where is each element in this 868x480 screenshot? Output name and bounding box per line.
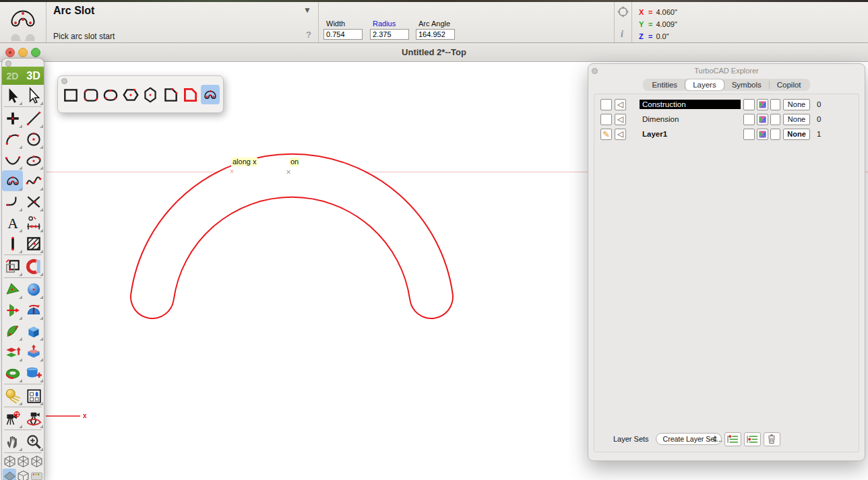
cylinder-add-tool[interactable] bbox=[23, 362, 44, 383]
layer-edit-checkbox[interactable] bbox=[600, 114, 612, 125]
dimension-tool[interactable] bbox=[23, 212, 44, 233]
layer-color-swatch[interactable] bbox=[757, 129, 768, 140]
close-window-button[interactable] bbox=[5, 48, 15, 57]
layer-name[interactable]: Layer1 bbox=[640, 129, 741, 139]
stack-tool[interactable] bbox=[2, 341, 23, 362]
corner-tool[interactable] bbox=[2, 191, 23, 212]
tab-copilot[interactable]: Copilot bbox=[770, 79, 809, 90]
target-crosshair-icon[interactable] bbox=[617, 6, 629, 20]
slab-tool[interactable] bbox=[23, 341, 44, 362]
zoom-window-button[interactable] bbox=[31, 48, 40, 57]
create-layer-set-button[interactable] bbox=[724, 432, 741, 446]
revolve-tool[interactable] bbox=[23, 300, 44, 320]
zoom-tool[interactable] bbox=[23, 431, 44, 452]
cube-view-button[interactable] bbox=[16, 469, 30, 480]
layer-render-style-button[interactable]: None bbox=[783, 129, 810, 140]
help-button[interactable]: ? bbox=[306, 30, 311, 40]
iso-view-2-button[interactable] bbox=[16, 454, 30, 469]
sphere-tool[interactable] bbox=[23, 279, 44, 300]
render-options-tool[interactable] bbox=[23, 385, 44, 406]
layer-visibility-toggle[interactable]: ◁ bbox=[615, 114, 626, 125]
layer-style-checkbox[interactable] bbox=[770, 99, 780, 110]
palette-close-button[interactable] bbox=[5, 61, 11, 67]
tab-entities[interactable]: Entities bbox=[644, 79, 685, 90]
segment-tool[interactable] bbox=[2, 233, 23, 254]
plane-view-button[interactable] bbox=[3, 469, 16, 480]
shapes-palette-titlebar[interactable] bbox=[58, 76, 223, 84]
walkthrough-tool[interactable] bbox=[23, 408, 44, 429]
layer-color-swatch[interactable] bbox=[757, 99, 768, 110]
light-tool[interactable] bbox=[2, 385, 23, 406]
iso-view-1-button[interactable] bbox=[3, 454, 16, 469]
line-tool[interactable] bbox=[23, 108, 44, 129]
layer-lock-checkbox[interactable] bbox=[743, 99, 755, 110]
collapse-arrow-icon[interactable]: ▼ bbox=[303, 5, 311, 15]
layer-color-swatch[interactable] bbox=[757, 114, 768, 125]
layer-edit-checkbox[interactable]: ✎ bbox=[600, 129, 612, 140]
offset-tool[interactable] bbox=[2, 256, 23, 277]
layer-visibility-toggle[interactable]: ◁ bbox=[615, 129, 626, 140]
layer-name[interactable]: Construction bbox=[640, 100, 741, 109]
intersect-tool[interactable] bbox=[23, 191, 44, 212]
curve-tool[interactable] bbox=[2, 149, 23, 170]
radius-input[interactable] bbox=[370, 29, 409, 40]
layer-lock-checkbox[interactable] bbox=[743, 114, 755, 125]
mirror-tool[interactable] bbox=[23, 256, 44, 277]
layer-sets-dropdown[interactable]: Create Layer Set... bbox=[656, 433, 722, 445]
layer-style-checkbox[interactable] bbox=[770, 129, 780, 140]
arc-slot-shape-tool[interactable] bbox=[201, 85, 220, 104]
layer-row-layer1[interactable]: ✎ ◁ Layer1 None 1 bbox=[594, 127, 859, 141]
rounded-rectangle-tool[interactable] bbox=[82, 85, 101, 104]
add-to-layer-set-button[interactable] bbox=[744, 432, 761, 446]
layer-name[interactable]: Dimension bbox=[640, 114, 741, 124]
layer-row-construction[interactable]: ◁ Construction None 0 bbox=[594, 97, 859, 112]
mini-palette-button[interactable] bbox=[30, 469, 43, 480]
tab-layers[interactable]: Layers bbox=[685, 79, 724, 90]
minimize-window-button[interactable] bbox=[18, 48, 28, 57]
point-tool[interactable] bbox=[2, 108, 23, 129]
tab-2d[interactable]: 2D bbox=[2, 71, 23, 81]
layer-edit-checkbox[interactable] bbox=[600, 99, 612, 110]
freehand-tool[interactable] bbox=[23, 170, 44, 191]
camera-tool[interactable] bbox=[2, 408, 23, 429]
document-titlebar[interactable]: Untitled 2*--Top bbox=[0, 43, 868, 62]
sweep-tool[interactable] bbox=[2, 320, 23, 341]
text-tool[interactable]: A bbox=[2, 212, 23, 233]
facet-tool[interactable] bbox=[2, 279, 23, 300]
layer-render-style-button[interactable]: None bbox=[783, 114, 810, 125]
polygon-tool[interactable] bbox=[141, 85, 160, 104]
chamfer-polygon-tool[interactable] bbox=[161, 85, 181, 104]
iso-view-3-button[interactable] bbox=[30, 454, 43, 469]
stadium-tool[interactable] bbox=[101, 85, 121, 104]
shapes-palette-close-button[interactable] bbox=[61, 78, 67, 84]
arc-angle-input[interactable] bbox=[416, 29, 455, 40]
hexagon-tool[interactable] bbox=[121, 85, 141, 104]
tab-symbols[interactable]: Symbols bbox=[724, 79, 769, 90]
rectangle-tool[interactable] bbox=[61, 85, 81, 104]
tab-3d[interactable]: 3D bbox=[23, 70, 44, 82]
info-button[interactable]: i bbox=[621, 29, 623, 40]
hatch-tool[interactable] bbox=[23, 233, 44, 254]
layer-style-checkbox[interactable] bbox=[770, 114, 780, 125]
layer-lock-checkbox[interactable] bbox=[743, 129, 755, 140]
revolve-icon bbox=[25, 302, 42, 319]
extrude-tool[interactable] bbox=[2, 300, 23, 320]
explorer-titlebar[interactable]: TurboCAD Explorer bbox=[588, 64, 865, 77]
delete-layer-button[interactable] bbox=[764, 432, 780, 446]
width-input[interactable] bbox=[323, 29, 363, 40]
open-select-tool[interactable] bbox=[23, 85, 44, 106]
layer-row-dimension[interactable]: ◁ Dimension None 0 bbox=[594, 112, 859, 127]
chamfer-polygon-red-tool[interactable] bbox=[181, 85, 200, 104]
layer-render-style-button[interactable]: None bbox=[783, 99, 810, 110]
palette-titlebar[interactable] bbox=[2, 59, 44, 67]
torus-tool[interactable] bbox=[2, 362, 23, 383]
ellipse-tool[interactable] bbox=[23, 149, 44, 170]
layer-visibility-toggle[interactable]: ◁ bbox=[615, 99, 626, 110]
circle-tool[interactable] bbox=[23, 129, 44, 149]
box-tool[interactable] bbox=[23, 320, 44, 341]
arc-slot-tool[interactable] bbox=[2, 170, 23, 191]
arc-tool[interactable] bbox=[2, 129, 23, 149]
explorer-close-button[interactable] bbox=[592, 68, 598, 74]
pan-tool[interactable] bbox=[2, 431, 23, 452]
select-tool[interactable] bbox=[2, 85, 23, 106]
